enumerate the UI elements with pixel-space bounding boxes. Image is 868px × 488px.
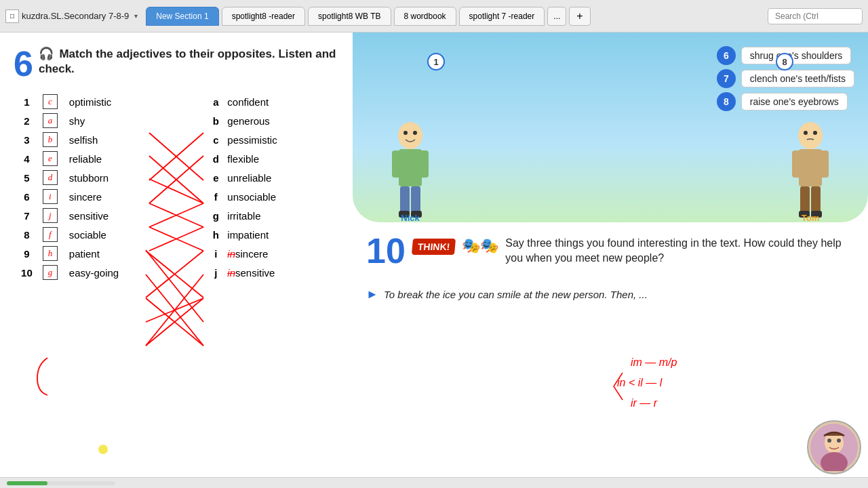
handwriting-annotation: im — m/p in < il — l ir — r bbox=[610, 352, 746, 434]
table-row: 5 d stubborn e unreliable bbox=[14, 168, 339, 187]
svg-rect-19 bbox=[392, 150, 401, 178]
tom-character: Tom bbox=[780, 114, 841, 222]
emoji-icons: 🎭🎭 bbox=[462, 237, 498, 255]
search-input[interactable] bbox=[768, 8, 863, 24]
answer-cell: a bbox=[40, 111, 66, 130]
exercise6-number: 6 bbox=[14, 46, 33, 81]
answer-cell: c bbox=[40, 92, 66, 111]
letter-cell: c bbox=[207, 130, 224, 149]
tab-8-wordbook[interactable]: 8 wordbook bbox=[394, 7, 456, 26]
svg-point-17 bbox=[398, 122, 422, 149]
word-left: optimistic bbox=[66, 92, 155, 111]
phrase-item-7: 7 clench one's teeth/fists bbox=[717, 69, 854, 88]
word-right: impatient bbox=[224, 225, 339, 244]
tab-spotlight8-wb-tb[interactable]: spotlight8 WB TB bbox=[308, 7, 391, 26]
row-num: 2 bbox=[14, 111, 40, 130]
row-num: 5 bbox=[14, 168, 40, 187]
answer-cell: f bbox=[40, 225, 66, 244]
answer-box: h bbox=[43, 246, 58, 261]
headphone-icon: 🎧 bbox=[39, 47, 54, 60]
word-left: sensitive bbox=[66, 206, 155, 225]
answer-cell: g bbox=[40, 263, 66, 282]
row-num: 10 bbox=[14, 263, 40, 282]
word-right: generous bbox=[224, 111, 339, 130]
svg-text:Tom: Tom bbox=[802, 213, 819, 222]
table-row: 10 g easy-going j insensitive bbox=[14, 263, 339, 282]
svg-rect-22 bbox=[411, 186, 420, 214]
match-table: 1 c optimistic a confident 2 a shy b gen… bbox=[14, 92, 339, 282]
svg-point-45 bbox=[827, 439, 831, 443]
answer-box: g bbox=[43, 265, 58, 280]
svg-rect-31 bbox=[819, 150, 829, 178]
table-row: 4 e reliable d flexible bbox=[14, 149, 339, 168]
exercise10-section: 10 THINK! 🎭🎭 Say three things you found … bbox=[353, 222, 868, 287]
phrase-item-8: 8 raise one's eyebrows bbox=[717, 92, 854, 111]
word-left: reliable bbox=[66, 149, 155, 168]
table-row: 7 j sensitive g irritable bbox=[14, 206, 339, 225]
window-icon: □ bbox=[5, 9, 19, 23]
row-num: 4 bbox=[14, 149, 40, 168]
word-left: sociable bbox=[66, 225, 155, 244]
table-row: 8 f sociable h impatient bbox=[14, 225, 339, 244]
word-left: sincere bbox=[66, 187, 155, 206]
right-panel: 6 shrug one's shoulders 7 clench one's t… bbox=[353, 33, 868, 488]
letter-cell: a bbox=[207, 92, 224, 111]
svg-line-10 bbox=[146, 274, 203, 346]
svg-point-37 bbox=[813, 131, 817, 135]
svg-rect-29 bbox=[799, 149, 822, 186]
word-right: unsociable bbox=[224, 187, 339, 206]
tab-spotlight8-reader[interactable]: spotlight8 -reader bbox=[222, 7, 305, 26]
svg-line-15 bbox=[146, 298, 203, 346]
letter-cell: d bbox=[207, 149, 224, 168]
answer-cell: b bbox=[40, 130, 66, 149]
tab-spotlight7-reader[interactable]: spotlight 7 -reader bbox=[459, 7, 545, 26]
app-title: kuzdra.SL.Secondary 7-8-9 bbox=[22, 11, 129, 21]
row-num: 8 bbox=[14, 225, 40, 244]
app-dropdown-arrow[interactable]: ▾ bbox=[134, 12, 138, 20]
avatar-image bbox=[810, 424, 858, 471]
exercise6-instruction: Match the adjectives to their opposites.… bbox=[39, 47, 336, 75]
exercise6-header: 6 🎧 Match the adjectives to their opposi… bbox=[14, 46, 339, 81]
svg-point-25 bbox=[403, 131, 408, 135]
table-row: 6 i sincere f unsociable bbox=[14, 187, 339, 206]
prompt-arrow: ► bbox=[366, 287, 378, 301]
svg-point-46 bbox=[837, 439, 841, 443]
tab-add-button[interactable]: + bbox=[569, 7, 590, 26]
exercise10-header: 10 THINK! 🎭🎭 Say three things you found … bbox=[366, 233, 854, 268]
letter-cell: b bbox=[207, 111, 224, 130]
exercise10-text: Say three things you found interesting i… bbox=[505, 236, 854, 266]
answer-cell: j bbox=[40, 206, 66, 225]
badge-1: 1 bbox=[427, 53, 445, 70]
svg-point-26 bbox=[413, 131, 417, 135]
row-num: 9 bbox=[14, 244, 40, 263]
answer-box: d bbox=[43, 170, 58, 185]
svg-point-28 bbox=[798, 122, 823, 149]
svg-line-16 bbox=[146, 298, 203, 346]
answer-box: e bbox=[43, 151, 58, 166]
tom-figure: Tom bbox=[780, 114, 841, 222]
svg-rect-21 bbox=[400, 186, 410, 214]
nick-figure: Nick bbox=[380, 114, 441, 222]
svg-rect-33 bbox=[811, 186, 821, 214]
row-num: 7 bbox=[14, 206, 40, 225]
letter-cell: j bbox=[207, 263, 224, 282]
progress-fill bbox=[7, 481, 47, 485]
row-num: 3 bbox=[14, 130, 40, 149]
word-right: pessimistic bbox=[224, 130, 339, 149]
table-row: 1 c optimistic a confident bbox=[14, 92, 339, 111]
progress-bar bbox=[7, 481, 115, 485]
word-left: shy bbox=[66, 111, 155, 130]
answer-box: j bbox=[43, 208, 58, 223]
tab-more-button[interactable]: ... bbox=[547, 7, 566, 26]
word-right: insincere bbox=[224, 244, 339, 263]
word-right: flexible bbox=[224, 149, 339, 168]
svg-text:in < il — l: in < il — l bbox=[617, 377, 663, 388]
svg-line-11 bbox=[146, 274, 203, 346]
illustration-area: 6 shrug one's shoulders 7 clench one's t… bbox=[353, 33, 868, 222]
tab-new-section[interactable]: New Section 1 bbox=[146, 7, 218, 26]
answer-cell: h bbox=[40, 244, 66, 263]
svg-line-14 bbox=[146, 298, 203, 322]
row-num: 6 bbox=[14, 187, 40, 206]
word-right: irritable bbox=[224, 206, 339, 225]
avatar-badge bbox=[807, 420, 861, 474]
